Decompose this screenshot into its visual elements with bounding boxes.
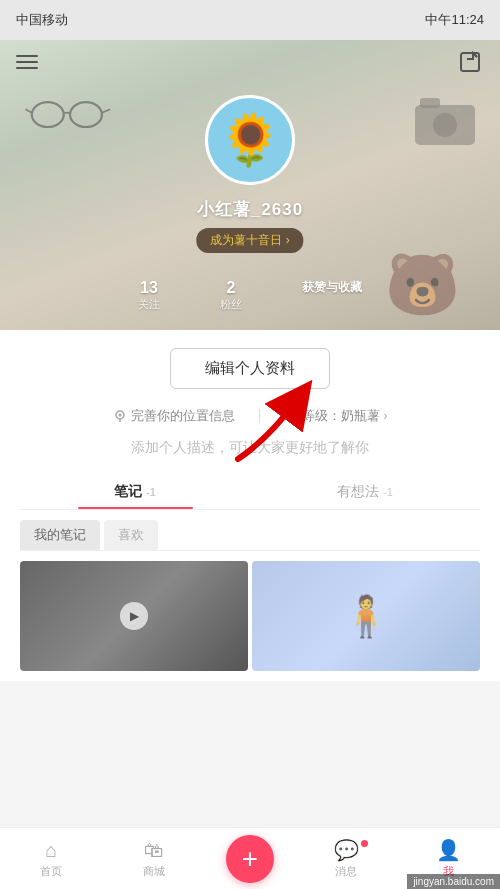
svg-rect-6: [420, 98, 440, 108]
info-row: 完善你的位置信息 等级：奶瓶薯 ›: [20, 407, 480, 425]
level-icon: [284, 409, 298, 423]
shop-icon: 🛍: [144, 839, 164, 862]
tab-notes[interactable]: 笔记 -1: [20, 475, 250, 509]
hamburger-button[interactable]: [16, 55, 38, 69]
home-label: 首页: [40, 864, 62, 879]
thumb-figure: 🧍: [341, 593, 391, 640]
camera-decoration: [410, 90, 480, 150]
profile-header: 🌻 小红薯_2630 成为薯十音日 › 🐻 13 关注 2 粉丝 获赞与收藏: [0, 40, 500, 330]
play-button[interactable]: ▶: [120, 602, 148, 630]
edit-profile-button[interactable]: 编辑个人资料: [170, 348, 330, 389]
member-badge-text: 成为薯十音日 ›: [210, 232, 289, 249]
subtab-liked-label: 喜欢: [118, 527, 144, 542]
followers-label: 粉丝: [220, 297, 242, 312]
thumbnail-right[interactable]: 🧍: [252, 561, 480, 671]
subtab-my-notes[interactable]: 我的笔记: [20, 520, 100, 550]
tabs-row: 笔记 -1 有想法 -1: [20, 475, 480, 510]
subtab-liked[interactable]: 喜欢: [104, 520, 158, 550]
subtab-my-notes-label: 我的笔记: [34, 527, 86, 542]
followers-stat[interactable]: 2 粉丝: [220, 279, 242, 312]
nav-home[interactable]: ⌂ 首页: [21, 839, 81, 879]
tab-thoughts-count: -1: [383, 486, 393, 498]
share-button[interactable]: [456, 48, 484, 76]
location-item[interactable]: 完善你的位置信息: [113, 407, 235, 425]
thumbnail-left[interactable]: ▶: [20, 561, 248, 671]
nav-plus-button[interactable]: +: [226, 835, 274, 883]
member-badge[interactable]: 成为薯十音日 ›: [196, 228, 303, 253]
top-nav: [0, 48, 500, 76]
plus-icon: +: [242, 843, 258, 875]
description-wrapper: 添加个人描述，可让大家更好地了解你: [20, 439, 480, 457]
description-text: 添加个人描述，可让大家更好地了解你: [20, 439, 480, 457]
content-area: 编辑个人资料 完善你的位置信息 等级：奶瓶薯 › 添加个人描述，可让大家更好地了…: [0, 330, 500, 681]
status-bar: 中国移动 中午11:24: [0, 0, 500, 40]
level-label: 等级：奶瓶薯: [302, 407, 380, 425]
watermark: jingyan.baidu.com: [407, 874, 500, 889]
nav-messages[interactable]: 💬 消息: [316, 838, 376, 879]
following-label: 关注: [138, 297, 160, 312]
nav-shop[interactable]: 🛍 商城: [124, 839, 184, 879]
username-label: 小红薯_2630: [197, 198, 303, 221]
me-icon: 👤: [436, 838, 461, 862]
stats-row: 13 关注 2 粉丝 获赞与收藏: [0, 279, 500, 312]
home-icon: ⌂: [45, 839, 57, 862]
messages-label: 消息: [335, 864, 357, 879]
tab-thoughts-label: 有想法: [337, 483, 379, 499]
glasses-decoration: [20, 95, 120, 135]
tab-notes-count: -1: [146, 486, 156, 498]
nav-me[interactable]: 👤 我: [419, 838, 479, 879]
svg-point-9: [455, 107, 461, 113]
svg-line-3: [26, 109, 32, 113]
likes-count: 获赞与收藏: [302, 279, 362, 296]
messages-badge: [361, 840, 368, 847]
svg-point-13: [118, 414, 121, 417]
level-chevron: ›: [384, 409, 388, 423]
svg-point-8: [438, 118, 452, 132]
tab-thoughts[interactable]: 有想法 -1: [250, 475, 480, 509]
status-right: 中午11:24: [425, 11, 484, 29]
following-stat[interactable]: 13 关注: [138, 279, 160, 312]
svg-point-1: [70, 102, 102, 127]
thumbnails-row: ▶ 🧍: [20, 561, 480, 671]
location-icon: [113, 409, 127, 423]
shop-label: 商城: [143, 864, 165, 879]
svg-line-4: [102, 109, 110, 113]
likes-stat[interactable]: 获赞与收藏: [302, 279, 362, 312]
messages-icon: 💬: [334, 838, 359, 862]
avatar-emoji: 🌻: [219, 115, 281, 165]
tab-notes-label: 笔记: [114, 483, 142, 499]
level-item[interactable]: 等级：奶瓶薯 ›: [284, 407, 388, 425]
sub-tabs: 我的笔记 喜欢: [20, 520, 480, 551]
following-count: 13: [140, 279, 158, 297]
avatar[interactable]: 🌻: [205, 95, 295, 185]
svg-point-0: [32, 102, 64, 127]
time-label: 中午11:24: [425, 11, 484, 29]
followers-count: 2: [227, 279, 236, 297]
location-label: 完善你的位置信息: [131, 407, 235, 425]
carrier-label: 中国移动: [16, 11, 68, 29]
divider: [259, 409, 260, 423]
